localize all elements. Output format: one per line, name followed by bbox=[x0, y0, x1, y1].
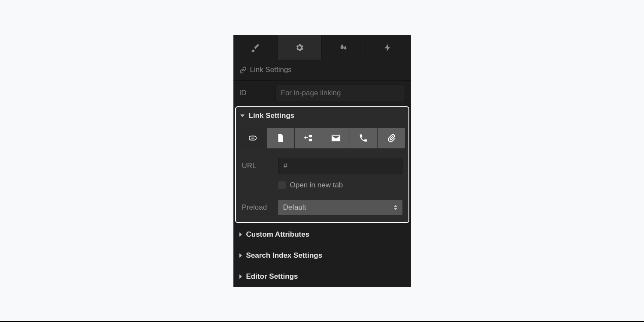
link-type-url[interactable] bbox=[239, 128, 267, 148]
mail-icon bbox=[331, 133, 341, 143]
chevron-right-icon bbox=[239, 253, 242, 258]
open-new-tab-row: Open in new tab bbox=[236, 178, 408, 196]
chevron-down-icon bbox=[240, 114, 245, 117]
select-arrows-icon bbox=[394, 205, 397, 210]
section-title: Custom Attributes bbox=[246, 230, 310, 239]
link-settings-section: Link Settings URL bbox=[235, 106, 409, 223]
section-search-index[interactable]: Search Index Settings bbox=[233, 245, 411, 266]
bolt-icon bbox=[383, 43, 393, 52]
settings-panel: Link Settings ID Link Settings bbox=[233, 35, 411, 287]
id-label: ID bbox=[239, 89, 275, 97]
paperclip-icon bbox=[387, 133, 396, 143]
panel-header: Link Settings bbox=[233, 60, 411, 81]
droplet-icon bbox=[339, 43, 348, 52]
page-icon bbox=[276, 133, 285, 143]
tab-settings[interactable] bbox=[278, 35, 322, 60]
link-icon bbox=[248, 133, 257, 143]
link-type-file[interactable] bbox=[378, 128, 405, 148]
link-type-section[interactable] bbox=[295, 128, 322, 148]
section-custom-attributes[interactable]: Custom Attributes bbox=[233, 224, 411, 245]
section-title: Search Index Settings bbox=[246, 251, 323, 260]
url-row: URL bbox=[236, 153, 408, 178]
panel-tabs bbox=[233, 35, 411, 60]
link-type-buttons bbox=[239, 128, 405, 148]
tab-effects[interactable] bbox=[322, 35, 366, 60]
url-input[interactable] bbox=[278, 158, 402, 174]
tab-style[interactable] bbox=[233, 35, 278, 60]
brush-icon bbox=[251, 43, 260, 52]
link-settings-header[interactable]: Link Settings bbox=[236, 107, 408, 124]
link-type-phone[interactable] bbox=[350, 128, 378, 148]
id-row: ID bbox=[233, 81, 411, 105]
chevron-right-icon bbox=[239, 274, 242, 279]
tab-interactions[interactable] bbox=[366, 35, 410, 60]
section-title: Editor Settings bbox=[246, 272, 298, 281]
preload-label: Preload bbox=[242, 203, 278, 212]
open-new-tab-checkbox[interactable] bbox=[278, 181, 286, 189]
preload-row: Preload Default bbox=[236, 196, 408, 222]
preload-select[interactable]: Default bbox=[278, 200, 402, 215]
section-icon bbox=[303, 133, 313, 143]
open-new-tab-label[interactable]: Open in new tab bbox=[290, 181, 343, 190]
link-settings-title: Link Settings bbox=[249, 111, 295, 120]
preload-value: Default bbox=[283, 203, 306, 211]
gear-icon bbox=[295, 43, 304, 52]
link-icon bbox=[239, 66, 247, 74]
chevron-right-icon bbox=[239, 232, 242, 237]
link-type-page[interactable] bbox=[267, 128, 294, 148]
link-type-email[interactable] bbox=[322, 128, 350, 148]
section-editor-settings[interactable]: Editor Settings bbox=[233, 266, 411, 287]
panel-header-title: Link Settings bbox=[250, 66, 292, 74]
id-input[interactable] bbox=[275, 85, 405, 101]
url-label: URL bbox=[242, 162, 278, 170]
phone-icon bbox=[359, 133, 368, 143]
